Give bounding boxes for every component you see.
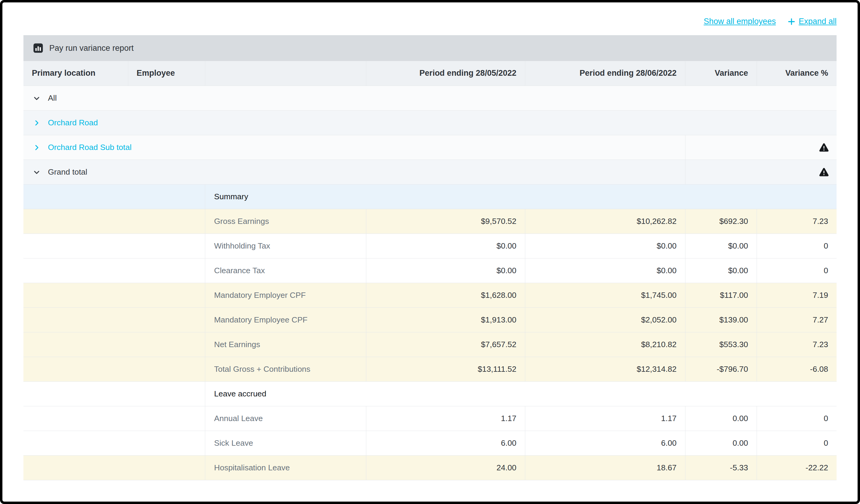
data-row-net-earnings: Net Earnings $7,657.52 $8,210.82 $553.30… xyxy=(24,332,836,357)
group-row-orchard-road[interactable]: Orchard Road xyxy=(24,110,836,135)
row-location-cell xyxy=(24,332,205,357)
show-all-employees-label: Show all employees xyxy=(704,17,776,26)
report-title-bar: Pay run variance report xyxy=(24,35,836,61)
variance-pct-value: -22.22 xyxy=(757,455,836,480)
row-label: Mandatory Employee CPF xyxy=(205,307,366,332)
grand-total-warning-cell xyxy=(685,160,836,184)
subtotal-warning-cell xyxy=(685,135,836,160)
section-label-summary: Summary xyxy=(205,184,836,209)
data-row-mandatory-employee-cpf: Mandatory Employee CPF $1,913.00 $2,052.… xyxy=(24,307,836,332)
section-row-leave-accrued: Leave accrued xyxy=(24,381,836,406)
period-1-value: $1,913.00 xyxy=(366,307,525,332)
col-variance: Variance xyxy=(685,61,757,86)
row-location-cell xyxy=(24,455,205,480)
expand-all-label: Expand all xyxy=(799,17,836,26)
show-all-employees-link[interactable]: Show all employees xyxy=(704,17,776,26)
period-2-value: $10,262.82 xyxy=(525,209,685,233)
data-row-gross-earnings: Gross Earnings $9,570.52 $10,262.82 $692… xyxy=(24,209,836,233)
period-2-value: $2,052.00 xyxy=(525,307,685,332)
warning-icon xyxy=(819,168,829,177)
chevron-right-icon[interactable] xyxy=(32,143,41,152)
variance-value: $0.00 xyxy=(685,258,757,283)
period-2-value: 18.67 xyxy=(525,455,685,480)
row-location-cell xyxy=(24,258,205,283)
variance-value: $117.00 xyxy=(685,283,757,307)
section-label-leave-accrued: Leave accrued xyxy=(205,381,836,406)
variance-value: 0.00 xyxy=(685,431,757,455)
variance-value: $692.30 xyxy=(685,209,757,233)
row-label: Total Gross + Contributions xyxy=(205,357,366,381)
col-variance-pct: Variance % xyxy=(757,61,836,86)
row-location-cell xyxy=(24,209,205,233)
group-label-all: All xyxy=(48,93,57,102)
period-1-value: 6.00 xyxy=(366,431,525,455)
variance-pct-value: 0 xyxy=(757,233,836,258)
data-row-annual-leave: Annual Leave 1.17 1.17 0.00 0 xyxy=(24,406,836,431)
data-row-clearance-tax: Clearance Tax $0.00 $0.00 $0.00 0 xyxy=(24,258,836,283)
variance-pct-value: 0 xyxy=(757,258,836,283)
chevron-down-icon[interactable] xyxy=(32,94,41,102)
period-2-value: $0.00 xyxy=(525,258,685,283)
data-row-mandatory-employer-cpf: Mandatory Employer CPF $1,628.00 $1,745.… xyxy=(24,283,836,307)
period-2-value: $1,745.00 xyxy=(525,283,685,307)
variance-value: $0.00 xyxy=(685,233,757,258)
section-spacer-cell xyxy=(24,184,205,209)
group-row-orchard-road-subtotal[interactable]: Orchard Road Sub total xyxy=(24,135,836,160)
variance-report-table: Primary location Employee Period ending … xyxy=(24,61,836,480)
period-1-value: $0.00 xyxy=(366,258,525,283)
report-page: Show all employees Expand all Pay run va… xyxy=(0,0,860,504)
row-location-cell xyxy=(24,406,205,431)
variance-value: -$796.70 xyxy=(685,357,757,381)
col-blank xyxy=(205,61,366,86)
period-1-value: $1,628.00 xyxy=(366,283,525,307)
group-row-all[interactable]: All xyxy=(24,86,836,110)
variance-pct-value: 7.23 xyxy=(757,209,836,233)
period-1-value: $9,570.52 xyxy=(366,209,525,233)
period-2-value: $0.00 xyxy=(525,233,685,258)
group-link-orchard-road-subtotal[interactable]: Orchard Road Sub total xyxy=(48,143,131,152)
row-location-cell xyxy=(24,307,205,332)
chevron-down-icon[interactable] xyxy=(32,168,41,176)
report-chart-icon xyxy=(33,43,43,53)
variance-pct-value: 7.23 xyxy=(757,332,836,357)
variance-pct-value: 7.19 xyxy=(757,283,836,307)
row-label: Mandatory Employer CPF xyxy=(205,283,366,307)
variance-value: 0.00 xyxy=(685,406,757,431)
col-period-2: Period ending 28/06/2022 xyxy=(525,61,685,86)
group-link-orchard-road[interactable]: Orchard Road xyxy=(48,118,98,127)
variance-pct-value: 0 xyxy=(757,406,836,431)
row-location-cell xyxy=(24,431,205,455)
period-1-value: 1.17 xyxy=(366,406,525,431)
period-2-value: 1.17 xyxy=(525,406,685,431)
variance-value: $139.00 xyxy=(685,307,757,332)
expand-all-link[interactable]: Expand all xyxy=(787,17,836,26)
period-1-value: $0.00 xyxy=(366,233,525,258)
row-location-cell xyxy=(24,233,205,258)
row-label: Gross Earnings xyxy=(205,209,366,233)
variance-pct-value: 7.27 xyxy=(757,307,836,332)
row-label: Hospitalisation Leave xyxy=(205,455,366,480)
period-1-value: 24.00 xyxy=(366,455,525,480)
data-row-sick-leave: Sick Leave 6.00 6.00 0.00 0 xyxy=(24,431,836,455)
row-label: Sick Leave xyxy=(205,431,366,455)
col-employee: Employee xyxy=(128,61,205,86)
variance-value: -5.33 xyxy=(685,455,757,480)
chevron-right-icon[interactable] xyxy=(32,119,41,127)
period-2-value: $12,314.82 xyxy=(525,357,685,381)
row-label: Net Earnings xyxy=(205,332,366,357)
variance-value: $553.30 xyxy=(685,332,757,357)
plus-icon xyxy=(787,17,796,26)
data-row-withholding-tax: Withholding Tax $0.00 $0.00 $0.00 0 xyxy=(24,233,836,258)
period-1-value: $13,111.52 xyxy=(366,357,525,381)
report-title: Pay run variance report xyxy=(49,44,134,53)
warning-icon xyxy=(819,143,829,152)
col-primary-location: Primary location xyxy=(24,61,128,86)
data-row-total-gross-contributions: Total Gross + Contributions $13,111.52 $… xyxy=(24,357,836,381)
group-label-grand-total: Grand total xyxy=(48,168,87,176)
group-row-grand-total[interactable]: Grand total xyxy=(24,160,836,184)
period-2-value: $8,210.82 xyxy=(525,332,685,357)
section-row-summary: Summary xyxy=(24,184,836,209)
row-location-cell xyxy=(24,283,205,307)
variance-pct-value: 0 xyxy=(757,431,836,455)
toolbar: Show all employees Expand all xyxy=(24,17,836,26)
